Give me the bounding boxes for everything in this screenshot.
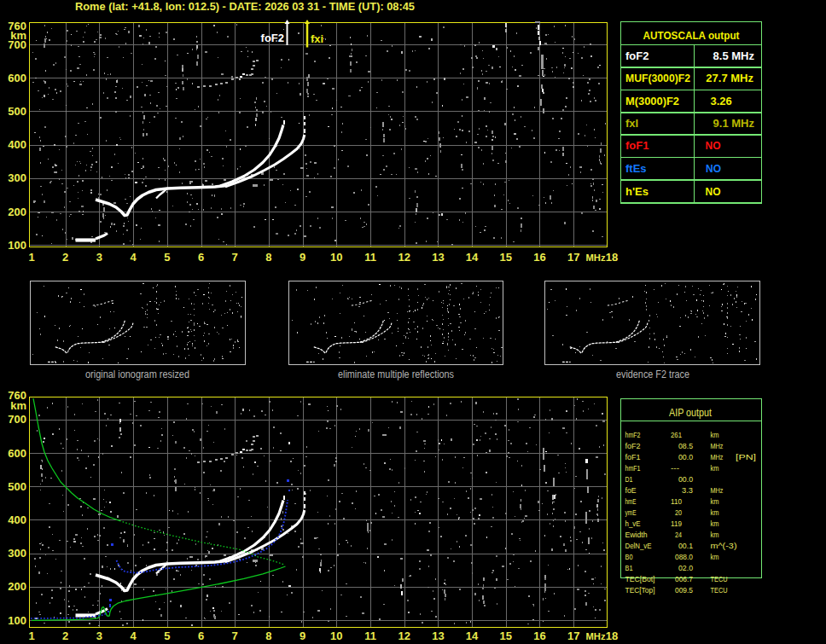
svg-text:110: 110 — [671, 496, 682, 506]
svg-text:foF2: foF2 — [625, 49, 649, 62]
svg-text:MHz: MHz — [711, 452, 724, 461]
svg-text:17: 17 — [567, 251, 579, 264]
svg-text:16: 16 — [533, 629, 545, 642]
svg-text:fxi: fxi — [311, 32, 323, 45]
svg-text:8.5 MHz: 8.5 MHz — [713, 49, 755, 62]
svg-text:4: 4 — [130, 629, 137, 642]
svg-text:Rome (lat: +41.8, lon: 012.5): Rome (lat: +41.8, lon: 012.5) - DATE: 20… — [75, 0, 415, 13]
svg-text:h_vE: h_vE — [625, 519, 641, 528]
svg-text:MHz: MHz — [586, 631, 607, 641]
svg-text:02.0: 02.0 — [678, 563, 693, 572]
svg-text:100: 100 — [8, 239, 26, 252]
svg-text:1: 1 — [28, 251, 34, 264]
svg-text:11: 11 — [364, 629, 376, 642]
svg-text:hmF1: hmF1 — [625, 463, 641, 473]
svg-text:200: 200 — [8, 206, 26, 218]
svg-text:11: 11 — [364, 251, 376, 264]
svg-text:15: 15 — [500, 629, 512, 642]
svg-text:18: 18 — [606, 251, 618, 264]
svg-text:MHz: MHz — [711, 485, 724, 495]
svg-text:TEC[Bot]: TEC[Bot] — [625, 574, 655, 583]
svg-text:300: 300 — [8, 171, 26, 184]
svg-text:NO: NO — [706, 162, 721, 175]
svg-text:---: --- — [671, 463, 679, 473]
svg-text:foF1: foF1 — [625, 452, 641, 461]
svg-text:5: 5 — [164, 629, 170, 642]
svg-text:9: 9 — [300, 629, 305, 642]
svg-text:TEC[Top]: TEC[Top] — [625, 585, 655, 595]
svg-text:24: 24 — [675, 530, 682, 539]
svg-text:hmE: hmE — [625, 496, 637, 506]
svg-text:700: 700 — [8, 38, 26, 51]
svg-text:MUF(3000)F2: MUF(3000)F2 — [625, 72, 690, 84]
svg-text:400: 400 — [8, 513, 26, 526]
svg-text:Ewidth: Ewidth — [625, 530, 648, 539]
svg-text:10: 10 — [330, 629, 342, 642]
svg-text:NO: NO — [706, 185, 721, 198]
svg-text:006.7: 006.7 — [675, 574, 693, 583]
svg-text:M(3000)F2: M(3000)F2 — [625, 95, 679, 107]
svg-text:600: 600 — [8, 447, 26, 460]
svg-text:17: 17 — [567, 629, 579, 642]
svg-text:088.0: 088.0 — [675, 552, 693, 561]
svg-text:20: 20 — [675, 508, 682, 517]
svg-text:[PN]: [PN] — [736, 452, 756, 461]
svg-text:13: 13 — [432, 251, 444, 264]
svg-text:500: 500 — [8, 480, 26, 493]
svg-text:m^(-3): m^(-3) — [711, 541, 737, 550]
svg-text:original ionogram resized: original ionogram resized — [85, 368, 189, 380]
svg-text:9.1 MHz: 9.1 MHz — [713, 117, 755, 130]
svg-text:8: 8 — [265, 629, 271, 642]
svg-text:km: km — [711, 530, 719, 539]
svg-text:3: 3 — [96, 629, 102, 642]
svg-text:D1: D1 — [625, 474, 633, 484]
svg-text:NO: NO — [706, 139, 721, 152]
svg-text:12: 12 — [398, 629, 410, 642]
svg-text:foE: foE — [625, 485, 637, 495]
svg-text:AUTOSCALA output: AUTOSCALA output — [643, 29, 741, 42]
svg-text:2: 2 — [62, 629, 68, 642]
svg-text:300: 300 — [8, 547, 26, 560]
svg-text:km: km — [10, 399, 26, 412]
svg-text:8: 8 — [265, 251, 271, 264]
svg-text:14: 14 — [466, 251, 479, 264]
svg-text:km: km — [711, 496, 719, 506]
svg-text:ymE: ymE — [625, 508, 637, 517]
svg-text:6: 6 — [198, 251, 204, 264]
svg-text:100: 100 — [8, 614, 26, 627]
svg-text:B0: B0 — [625, 552, 633, 561]
svg-text:15: 15 — [500, 251, 512, 264]
svg-text:14: 14 — [466, 629, 479, 642]
svg-text:009.5: 009.5 — [675, 585, 693, 595]
svg-text:hmF2: hmF2 — [625, 430, 641, 439]
svg-text:eliminate multiple reflections: eliminate multiple reflections — [338, 368, 454, 380]
svg-text:7: 7 — [232, 251, 238, 264]
svg-text:6: 6 — [198, 629, 204, 642]
svg-text:7: 7 — [232, 629, 238, 642]
svg-text:3: 3 — [96, 251, 102, 264]
svg-text:119: 119 — [671, 519, 682, 528]
svg-text:foF2: foF2 — [625, 441, 641, 450]
svg-text:km: km — [711, 552, 719, 561]
svg-text:500: 500 — [8, 105, 26, 118]
svg-text:16: 16 — [533, 251, 545, 264]
svg-text:2: 2 — [62, 251, 68, 264]
svg-text:B1: B1 — [625, 563, 633, 572]
svg-text:km: km — [711, 430, 719, 439]
svg-text:h'Es: h'Es — [625, 185, 649, 198]
svg-text:ftEs: ftEs — [625, 162, 647, 175]
svg-text:km: km — [711, 508, 719, 517]
svg-text:18: 18 — [606, 629, 618, 642]
svg-text:700: 700 — [8, 413, 26, 426]
svg-text:4: 4 — [130, 251, 137, 264]
svg-text:AIP output: AIP output — [669, 407, 712, 419]
svg-text:00.0: 00.0 — [678, 452, 693, 461]
svg-text:261: 261 — [671, 430, 682, 439]
svg-text:5: 5 — [164, 251, 170, 264]
svg-text:km: km — [711, 463, 719, 473]
svg-text:12: 12 — [398, 251, 410, 264]
svg-text:evidence F2 trace: evidence F2 trace — [616, 368, 689, 380]
svg-text:3.26: 3.26 — [711, 95, 732, 107]
svg-text:08.5: 08.5 — [678, 441, 693, 450]
svg-text:foF1: foF1 — [625, 139, 649, 152]
